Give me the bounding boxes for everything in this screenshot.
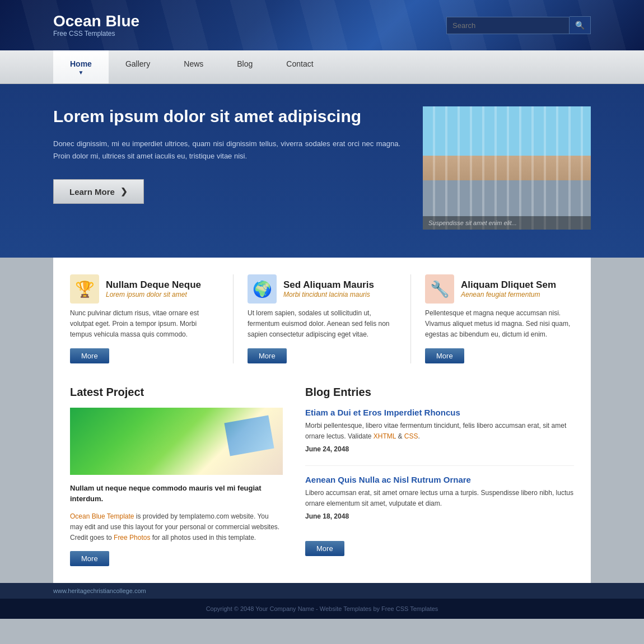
search-button[interactable]: 🔍	[570, 16, 591, 34]
feature-title-3: Aliquam Dliquet Sem	[461, 279, 556, 291]
treasure-icon: 🏆	[75, 280, 95, 298]
feature-icon-3: 🔧	[425, 274, 454, 304]
tools-icon: 🔧	[430, 280, 450, 298]
feature-title-2: Sed Aliquam Mauris	[283, 279, 374, 291]
blog-section-title: Blog Entries	[305, 386, 574, 399]
chevron-right-icon: ❯	[120, 186, 128, 197]
blog-date-2: June 18, 2048	[305, 512, 574, 520]
blog-entry-text-2: Libero accumsan erat, sit amet ornare le…	[305, 488, 574, 509]
hero-image-caption: Suspendisse sit amet enim elit...	[423, 216, 591, 230]
feature-more-button-2[interactable]: More	[248, 348, 287, 363]
lower-sections: Latest Project Nullam ut neque neque com…	[70, 386, 574, 567]
hero-title: Lorem ipsum dolor sit amet adipiscing	[53, 106, 400, 127]
css-link[interactable]: CSS	[404, 432, 418, 440]
nav-gallery[interactable]: Gallery	[109, 50, 167, 83]
feature-box-3: 🔧 Aliquam Dliquet Sem Aenean feugiat fer…	[425, 274, 574, 363]
feature-desc-2: Ut lorem sapien, sodales ut sollicitudin…	[248, 308, 396, 340]
feature-subtitle-3: Aenean feugiat fermentum	[461, 291, 556, 298]
blog-entry-text-1: Morbi pellentesque, libero vitae ferment…	[305, 421, 574, 442]
blog-date-1: June 24, 2048	[305, 445, 574, 453]
feature-more-button-1[interactable]: More	[70, 348, 109, 363]
site-title: Ocean Blue	[53, 13, 139, 30]
nav-news[interactable]: News	[167, 50, 220, 83]
footer-copyright: Copyright © 2048 Your Company Name - Web…	[206, 605, 438, 612]
footer-domain: www.heritagechristiancollege.com	[53, 587, 146, 594]
project-desc-text: Ocean Blue Template is provided by templ…	[70, 511, 283, 544]
project-more-button[interactable]: More	[70, 551, 109, 566]
xhtml-link[interactable]: XHTML	[374, 432, 396, 440]
hero-text: Lorem ipsum dolor sit amet adipiscing Do…	[53, 106, 423, 204]
feature-more-button-3[interactable]: More	[425, 348, 464, 363]
feature-box-2: 🌍 Sed Aliquam Mauris Morbi tincidunt lac…	[248, 274, 396, 363]
feature-desc-3: Pellentesque et magna neque accumsan nis…	[425, 308, 574, 340]
blog-section: Blog Entries Etiam a Dui et Eros Imperdi…	[305, 386, 574, 567]
footer-main: Copyright © 2048 Your Company Name - Web…	[0, 599, 644, 619]
feature-title-1: Nullam Deque Neque	[106, 279, 201, 291]
feature-desc-1: Nunc pulvinar dictum risus, vitae ornare…	[70, 308, 219, 340]
hero-section: Lorem ipsum dolor sit amet adipiscing Do…	[0, 84, 644, 258]
blog-entry-1: Etiam a Dui et Eros Imperdiet Rhoncus Mo…	[305, 408, 574, 453]
main-nav: Home Gallery News Blog Contact	[0, 50, 644, 84]
globe-icon: 🌍	[253, 280, 272, 298]
search-area: 🔍	[446, 16, 591, 34]
feature-icon-1: 🏆	[70, 274, 99, 304]
feature-subtitle-1: Lorem ipsum dolor sit amet	[106, 291, 201, 298]
feature-subtitle-2: Morbi tincidunt lacinia mauris	[283, 291, 374, 298]
feature-divider-2	[410, 274, 411, 363]
blog-entry-title-2[interactable]: Aenean Quis Nulla ac Nisl Rutrum Ornare	[305, 475, 574, 484]
feature-box-1: 🏆 Nullam Deque Neque Lorem ipsum dolor s…	[70, 274, 219, 363]
ocean-blue-template-link[interactable]: Ocean Blue Template	[70, 512, 134, 520]
nav-blog[interactable]: Blog	[220, 50, 269, 83]
feature-icon-2: 🌍	[248, 274, 277, 304]
hero-image: Suspendisse sit amet enim elit...	[423, 106, 591, 230]
blog-divider	[305, 465, 574, 466]
latest-project-title: Latest Project	[70, 386, 283, 399]
blog-entry-2: Aenean Quis Nulla ac Nisl Rutrum Ornare …	[305, 475, 574, 520]
latest-project-section: Latest Project Nullam ut neque neque com…	[70, 386, 283, 567]
free-photos-link[interactable]: Free Photos	[114, 534, 150, 542]
nav-home[interactable]: Home	[53, 50, 109, 83]
project-image	[70, 408, 283, 475]
project-desc-title: Nullam ut neque neque commodo mauris vel…	[70, 483, 283, 505]
search-input[interactable]	[446, 17, 570, 34]
footer-bar: www.heritagechristiancollege.com	[0, 583, 644, 599]
hero-description: Donec dignissim, mi eu imperdiet ultrice…	[53, 138, 400, 162]
features-section: 🏆 Nullam Deque Neque Lorem ipsum dolor s…	[70, 274, 574, 363]
nav-contact[interactable]: Contact	[269, 50, 330, 83]
learn-more-button[interactable]: Learn More ❯	[53, 179, 144, 204]
main-content: 🏆 Nullam Deque Neque Lorem ipsum dolor s…	[53, 258, 591, 583]
site-subtitle: Free CSS Templates	[53, 30, 139, 38]
blog-more-button[interactable]: More	[305, 541, 344, 556]
feature-divider-1	[233, 274, 234, 363]
blog-entry-title-1[interactable]: Etiam a Dui et Eros Imperdiet Rhoncus	[305, 408, 574, 417]
